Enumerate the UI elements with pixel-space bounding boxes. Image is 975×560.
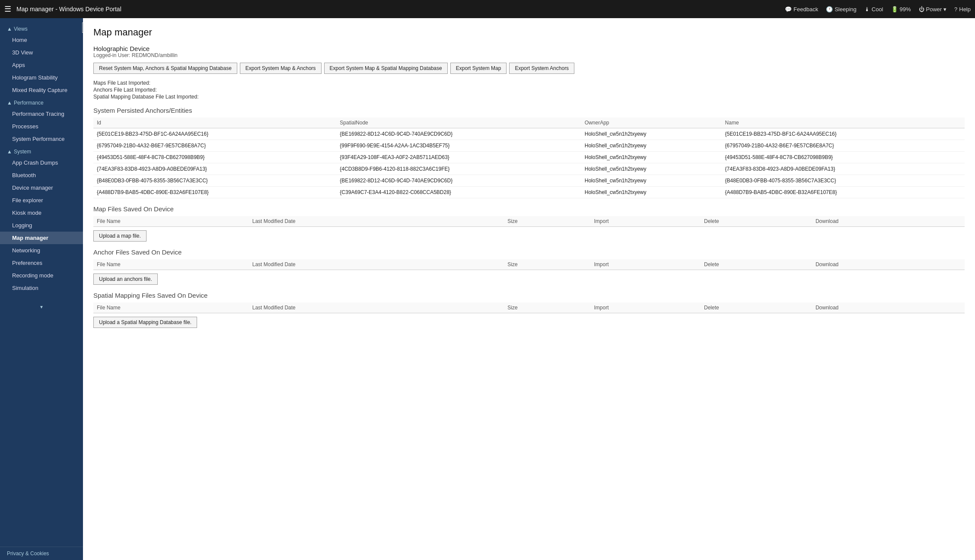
export-map-anchors-btn[interactable]: Export System Map & Anchors bbox=[240, 63, 322, 74]
sidebar-scroll-down[interactable]: ▼ bbox=[0, 303, 83, 311]
sidebar-item-file-explorer-label: File explorer bbox=[12, 197, 43, 204]
sidebar-item-hologram-stability-label: Hologram Stability bbox=[12, 74, 58, 81]
anchor-col-download: Download bbox=[812, 259, 965, 270]
spatial-col-size: Size bbox=[504, 302, 590, 313]
table-cell-owner_app: HoloShell_cw5n1h2txyewy bbox=[581, 187, 722, 198]
battery-label: 99% bbox=[900, 6, 911, 13]
help-label: Help bbox=[959, 6, 971, 13]
table-cell-name: {49453D51-588E-48F4-8C78-CB627098B9B9} bbox=[722, 152, 965, 163]
sidebar-item-simulation[interactable]: Simulation bbox=[0, 282, 83, 294]
sidebar-item-3dview-label: 3D View bbox=[12, 49, 33, 56]
table-cell-owner_app: HoloShell_cw5n1h2txyewy bbox=[581, 152, 722, 163]
performance-toggle-icon: ▲ bbox=[7, 100, 12, 106]
spatial-files-section-title: Spatial Mapping Files Saved On Device bbox=[93, 292, 965, 299]
table-row: {5E01CE19-BB23-475D-BF1C-6A24AA95EC16}{B… bbox=[93, 128, 965, 140]
table-row: {A488D7B9-BAB5-4DBC-890E-B32A6FE107E8}{C… bbox=[93, 187, 965, 198]
anchor-col-date: Last Modified Date bbox=[249, 259, 504, 270]
page-title: Map manager bbox=[93, 27, 965, 38]
performance-label: Performance bbox=[14, 100, 44, 106]
upload-anchors-btn[interactable]: Upload an anchors file. bbox=[93, 274, 158, 285]
sidebar-item-file-explorer[interactable]: File explorer bbox=[0, 194, 83, 207]
sidebar-item-map-manager[interactable]: Map manager bbox=[0, 232, 83, 244]
col-owner-app: OwnerApp bbox=[581, 118, 722, 128]
anchors-table: Id SpatialNode OwnerApp Name {5E01CE19-B… bbox=[93, 118, 965, 198]
anchor-col-delete: Delete bbox=[701, 259, 812, 270]
sidebar-item-device-manager[interactable]: Device manager bbox=[0, 181, 83, 194]
anchor-files-section-title: Anchor Files Saved On Device bbox=[93, 248, 965, 256]
map-col-download: Download bbox=[812, 216, 965, 227]
export-map-spatial-btn[interactable]: Export System Map & Spatial Mapping Data… bbox=[324, 63, 448, 74]
views-label: Views bbox=[14, 26, 28, 32]
sidebar-item-processes[interactable]: Processes bbox=[0, 120, 83, 133]
battery-icon: 🔋 bbox=[891, 6, 898, 13]
table-cell-spatial_node: {93F4EA29-108F-4EA3-A0F2-2AB5711AED63} bbox=[336, 152, 581, 163]
sleeping-btn[interactable]: 🕐 Sleeping bbox=[826, 6, 857, 13]
sidebar-item-simulation-label: Simulation bbox=[12, 285, 38, 291]
table-cell-spatial_node: {C39A69C7-E3A4-4120-B822-C068CCA5BD28} bbox=[336, 187, 581, 198]
upload-spatial-btn[interactable]: Upload a Spatial Mapping Database file. bbox=[93, 317, 197, 328]
sidebar: ◀ ▲ Views Home 3D View Apps Hologram Sta… bbox=[0, 18, 83, 560]
sidebar-item-home-label: Home bbox=[12, 37, 27, 43]
table-row: {B48E0DB3-0FBB-4075-8355-3B56C7A3E3CC}{B… bbox=[93, 175, 965, 187]
sidebar-item-apps-label: Apps bbox=[12, 62, 25, 68]
sidebar-item-mixed-reality-label: Mixed Reality Capture bbox=[12, 87, 67, 93]
sidebar-item-logging[interactable]: Logging bbox=[0, 219, 83, 232]
export-system-map-btn[interactable]: Export System Map bbox=[450, 63, 507, 74]
sidebar-item-bluetooth-label: Bluetooth bbox=[12, 172, 36, 178]
device-info: Holographic Device Logged-in User: REDMO… bbox=[93, 45, 965, 58]
topbar: ☰ Map manager - Windows Device Portal 💬 … bbox=[0, 0, 975, 18]
help-btn[interactable]: ? Help bbox=[954, 6, 971, 13]
performance-section-header[interactable]: ▲ Performance bbox=[0, 96, 83, 108]
col-id: Id bbox=[93, 118, 336, 128]
privacy-cookies-link[interactable]: Privacy & Cookies bbox=[0, 547, 83, 560]
table-cell-spatial_node: {BE169822-8D12-4C6D-9C4D-740AE9CD9C6D} bbox=[336, 128, 581, 140]
sidebar-item-map-manager-label: Map manager bbox=[12, 235, 48, 241]
sidebar-item-networking[interactable]: Networking bbox=[0, 244, 83, 257]
sidebar-item-3dview[interactable]: 3D View bbox=[0, 46, 83, 59]
table-cell-id: {A488D7B9-BAB5-4DBC-890E-B32A6FE107E8} bbox=[93, 187, 336, 198]
app-title: Map manager - Windows Device Portal bbox=[16, 6, 785, 13]
sidebar-item-bluetooth[interactable]: Bluetooth bbox=[0, 169, 83, 181]
sidebar-item-recording-mode[interactable]: Recording mode bbox=[0, 269, 83, 282]
sidebar-item-processes-label: Processes bbox=[12, 123, 38, 130]
anchor-col-import: Import bbox=[591, 259, 701, 270]
views-section-header[interactable]: ▲ Views bbox=[0, 22, 83, 34]
sidebar-item-system-perf[interactable]: System Performance bbox=[0, 133, 83, 145]
top-actions: 💬 Feedback 🕐 Sleeping 🌡 Cool 🔋 99% ⏻ Pow… bbox=[785, 6, 971, 13]
sidebar-item-crash-dumps[interactable]: App Crash Dumps bbox=[0, 156, 83, 169]
export-system-anchors-btn[interactable]: Export System Anchors bbox=[509, 63, 574, 74]
power-label: Power ▾ bbox=[926, 6, 946, 13]
sidebar-item-home[interactable]: Home bbox=[0, 34, 83, 46]
upload-map-btn[interactable]: Upload a map file. bbox=[93, 230, 147, 242]
sidebar-item-networking-label: Networking bbox=[12, 247, 40, 254]
hamburger-menu[interactable]: ☰ bbox=[4, 4, 11, 14]
sidebar-item-apps[interactable]: Apps bbox=[0, 59, 83, 71]
anchors-section-title: System Persisted Anchors/Entities bbox=[93, 107, 965, 114]
sidebar-collapse-btn[interactable]: ◀ bbox=[82, 22, 83, 33]
table-cell-owner_app: HoloShell_cw5n1h2txyewy bbox=[581, 128, 722, 140]
sidebar-item-perf-tracing[interactable]: Performance Tracing bbox=[0, 108, 83, 120]
sidebar-item-recording-mode-label: Recording mode bbox=[12, 272, 53, 279]
system-toggle-icon: ▲ bbox=[7, 149, 12, 155]
feedback-label: Feedback bbox=[793, 6, 818, 13]
table-row: {67957049-21B0-4A32-B6E7-9E57CB6E8A7C}{9… bbox=[93, 140, 965, 152]
maps-file-info: Maps File Last Imported: bbox=[93, 80, 965, 86]
sidebar-item-hologram-stability[interactable]: Hologram Stability bbox=[0, 71, 83, 84]
system-section-header[interactable]: ▲ System bbox=[0, 145, 83, 156]
sidebar-item-preferences[interactable]: Preferences bbox=[0, 257, 83, 269]
sidebar-item-mixed-reality[interactable]: Mixed Reality Capture bbox=[0, 84, 83, 96]
table-cell-name: {74EA3F83-83D8-4923-A8D9-A0BEDE09FA13} bbox=[722, 163, 965, 175]
battery-btn[interactable]: 🔋 99% bbox=[891, 6, 911, 13]
cool-btn[interactable]: 🌡 Cool bbox=[864, 6, 883, 13]
action-buttons: Reset System Map, Anchors & Spatial Mapp… bbox=[93, 63, 965, 74]
spatial-col-filename: File Name bbox=[93, 302, 249, 313]
sidebar-item-kiosk-mode[interactable]: Kiosk mode bbox=[0, 207, 83, 219]
feedback-btn[interactable]: 💬 Feedback bbox=[785, 6, 818, 13]
power-icon: ⏻ bbox=[919, 6, 924, 13]
reset-system-map-btn[interactable]: Reset System Map, Anchors & Spatial Mapp… bbox=[93, 63, 237, 74]
sidebar-item-crash-dumps-label: App Crash Dumps bbox=[12, 159, 58, 166]
power-btn[interactable]: ⏻ Power ▾ bbox=[919, 6, 946, 13]
table-cell-name: {B48E0DB3-0FBB-4075-8355-3B56C7A3E3CC} bbox=[722, 175, 965, 187]
table-cell-spatial_node: {4CD3B8D9-F9B6-4120-8118-882C3A6C19FE} bbox=[336, 163, 581, 175]
anchors-file-info: Anchors File Last Imported: bbox=[93, 87, 965, 93]
